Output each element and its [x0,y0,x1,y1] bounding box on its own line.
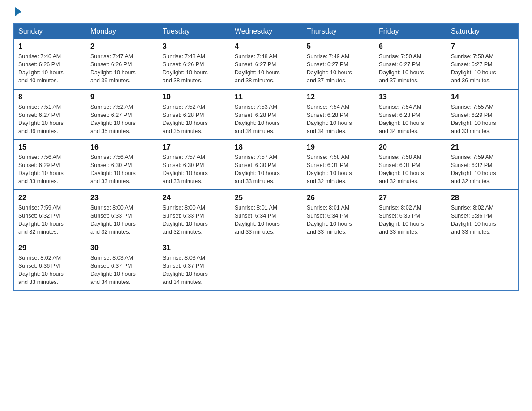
day-number: 14 [451,93,514,101]
day-number: 6 [379,43,442,51]
day-info: Sunrise: 7:52 AM Sunset: 6:27 PM Dayligh… [90,103,153,136]
day-number: 23 [90,194,153,202]
day-number: 22 [18,194,81,202]
day-cell-29: 29Sunrise: 8:02 AM Sunset: 6:36 PM Dayli… [14,240,86,290]
day-number: 7 [451,43,514,51]
day-number: 18 [235,143,297,151]
day-cell-26: 26Sunrise: 8:01 AM Sunset: 6:34 PM Dayli… [302,190,374,240]
calendar-header-row: SundayMondayTuesdayWednesdayThursdayFrid… [14,24,519,39]
day-cell-12: 12Sunrise: 7:54 AM Sunset: 6:28 PM Dayli… [302,89,374,140]
day-cell-28: 28Sunrise: 8:02 AM Sunset: 6:36 PM Dayli… [446,190,519,240]
day-info: Sunrise: 7:52 AM Sunset: 6:28 PM Dayligh… [163,103,225,136]
day-info: Sunrise: 8:03 AM Sunset: 6:37 PM Dayligh… [90,254,153,287]
day-info: Sunrise: 7:53 AM Sunset: 6:28 PM Dayligh… [235,103,297,136]
day-cell-17: 17Sunrise: 7:57 AM Sunset: 6:30 PM Dayli… [158,139,230,190]
day-info: Sunrise: 7:56 AM Sunset: 6:29 PM Dayligh… [18,153,81,186]
page-header [13,9,519,14]
day-info: Sunrise: 7:48 AM Sunset: 6:26 PM Dayligh… [163,52,225,85]
day-info: Sunrise: 8:00 AM Sunset: 6:33 PM Dayligh… [163,204,225,236]
empty-cell [230,240,302,290]
day-info: Sunrise: 7:58 AM Sunset: 6:31 PM Dayligh… [307,153,369,186]
day-cell-9: 9Sunrise: 7:52 AM Sunset: 6:27 PM Daylig… [86,89,158,140]
day-number: 9 [90,93,153,101]
day-info: Sunrise: 7:59 AM Sunset: 6:32 PM Dayligh… [18,204,81,236]
day-cell-11: 11Sunrise: 7:53 AM Sunset: 6:28 PM Dayli… [230,89,302,140]
day-cell-7: 7Sunrise: 7:50 AM Sunset: 6:27 PM Daylig… [446,39,519,89]
day-cell-24: 24Sunrise: 8:00 AM Sunset: 6:33 PM Dayli… [158,190,230,240]
header-saturday: Saturday [446,24,519,39]
week-row-2: 8Sunrise: 7:51 AM Sunset: 6:27 PM Daylig… [14,89,519,140]
day-info: Sunrise: 7:48 AM Sunset: 6:27 PM Dayligh… [235,52,297,85]
day-info: Sunrise: 7:57 AM Sunset: 6:30 PM Dayligh… [163,153,225,186]
day-number: 15 [18,143,81,151]
day-number: 2 [90,43,153,51]
day-number: 28 [451,194,514,202]
day-cell-22: 22Sunrise: 7:59 AM Sunset: 6:32 PM Dayli… [14,190,86,240]
day-info: Sunrise: 7:58 AM Sunset: 6:31 PM Dayligh… [379,153,442,186]
empty-cell [446,240,519,290]
day-number: 30 [90,244,153,252]
empty-cell [302,240,374,290]
day-number: 10 [163,93,225,101]
day-number: 8 [18,93,81,101]
day-info: Sunrise: 7:54 AM Sunset: 6:28 PM Dayligh… [307,103,369,136]
header-friday: Friday [374,24,446,39]
day-number: 12 [307,93,369,101]
day-number: 13 [379,93,442,101]
day-info: Sunrise: 8:00 AM Sunset: 6:33 PM Dayligh… [90,204,153,236]
day-number: 21 [451,143,514,151]
logo [13,9,21,14]
empty-cell [374,240,446,290]
header-tuesday: Tuesday [158,24,230,39]
day-cell-14: 14Sunrise: 7:55 AM Sunset: 6:29 PM Dayli… [446,89,519,140]
day-cell-19: 19Sunrise: 7:58 AM Sunset: 6:31 PM Dayli… [302,139,374,190]
day-number: 4 [235,43,297,51]
day-cell-27: 27Sunrise: 8:02 AM Sunset: 6:35 PM Dayli… [374,190,446,240]
day-number: 26 [307,194,369,202]
week-row-3: 15Sunrise: 7:56 AM Sunset: 6:29 PM Dayli… [14,139,519,190]
day-cell-16: 16Sunrise: 7:56 AM Sunset: 6:30 PM Dayli… [86,139,158,190]
day-cell-10: 10Sunrise: 7:52 AM Sunset: 6:28 PM Dayli… [158,89,230,140]
day-info: Sunrise: 7:49 AM Sunset: 6:27 PM Dayligh… [307,52,369,85]
day-info: Sunrise: 8:01 AM Sunset: 6:34 PM Dayligh… [235,204,297,236]
day-info: Sunrise: 7:57 AM Sunset: 6:30 PM Dayligh… [235,153,297,186]
day-cell-13: 13Sunrise: 7:54 AM Sunset: 6:28 PM Dayli… [374,89,446,140]
header-thursday: Thursday [302,24,374,39]
day-cell-1: 1Sunrise: 7:46 AM Sunset: 6:26 PM Daylig… [14,39,86,89]
day-number: 1 [18,43,81,51]
logo-arrow-icon [15,7,21,16]
day-number: 25 [235,194,297,202]
week-row-1: 1Sunrise: 7:46 AM Sunset: 6:26 PM Daylig… [14,39,519,89]
day-cell-5: 5Sunrise: 7:49 AM Sunset: 6:27 PM Daylig… [302,39,374,89]
day-info: Sunrise: 7:50 AM Sunset: 6:27 PM Dayligh… [379,52,442,85]
day-number: 5 [307,43,369,51]
header-sunday: Sunday [14,24,86,39]
day-cell-6: 6Sunrise: 7:50 AM Sunset: 6:27 PM Daylig… [374,39,446,89]
day-cell-21: 21Sunrise: 7:59 AM Sunset: 6:32 PM Dayli… [446,139,519,190]
day-number: 16 [90,143,153,151]
day-cell-20: 20Sunrise: 7:58 AM Sunset: 6:31 PM Dayli… [374,139,446,190]
day-info: Sunrise: 7:46 AM Sunset: 6:26 PM Dayligh… [18,52,81,85]
day-info: Sunrise: 7:55 AM Sunset: 6:29 PM Dayligh… [451,103,514,136]
day-number: 19 [307,143,369,151]
day-number: 27 [379,194,442,202]
day-info: Sunrise: 7:47 AM Sunset: 6:26 PM Dayligh… [90,52,153,85]
day-info: Sunrise: 8:01 AM Sunset: 6:34 PM Dayligh… [307,204,369,236]
week-row-4: 22Sunrise: 7:59 AM Sunset: 6:32 PM Dayli… [14,190,519,240]
day-number: 24 [163,194,225,202]
day-cell-25: 25Sunrise: 8:01 AM Sunset: 6:34 PM Dayli… [230,190,302,240]
day-info: Sunrise: 7:50 AM Sunset: 6:27 PM Dayligh… [451,52,514,85]
day-info: Sunrise: 7:56 AM Sunset: 6:30 PM Dayligh… [90,153,153,186]
day-number: 17 [163,143,225,151]
day-info: Sunrise: 8:02 AM Sunset: 6:36 PM Dayligh… [451,204,514,236]
day-number: 3 [163,43,225,51]
day-cell-15: 15Sunrise: 7:56 AM Sunset: 6:29 PM Dayli… [14,139,86,190]
header-wednesday: Wednesday [230,24,302,39]
day-number: 20 [379,143,442,151]
day-cell-4: 4Sunrise: 7:48 AM Sunset: 6:27 PM Daylig… [230,39,302,89]
header-monday: Monday [86,24,158,39]
calendar-table: SundayMondayTuesdayWednesdayThursdayFrid… [13,23,519,291]
day-number: 31 [163,244,225,252]
day-number: 11 [235,93,297,101]
day-cell-3: 3Sunrise: 7:48 AM Sunset: 6:26 PM Daylig… [158,39,230,89]
